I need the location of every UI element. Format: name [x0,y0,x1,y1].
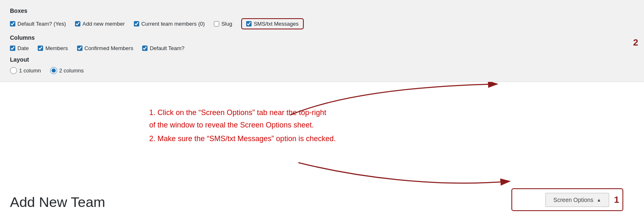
checkbox-date[interactable]: Date [10,45,29,51]
main-content: Add New Team 1. Click on the “Screen Opt… [0,82,644,219]
checkbox-add-new-member[interactable]: Add new member [75,21,125,27]
checkbox-confirmed-members[interactable]: Confirmed Members [77,45,133,51]
badge-2: 2 [633,37,638,48]
screen-options-panel: Boxes Default Team? (Yes) Add new member… [0,0,644,82]
screen-options-tab-area: Screen Options ▲ 1 [545,193,619,207]
add-new-team-heading: Add New Team [10,194,105,210]
checkbox-current-team[interactable]: Current team members (0) [134,21,205,27]
layout-section: Layout 1 column 2 columns [10,56,634,74]
radio-2-columns[interactable]: 2 columns [50,67,84,74]
screen-options-button[interactable]: Screen Options ▲ [545,193,609,207]
badge-1: 1 [614,195,619,205]
screen-options-arrow-icon: ▲ [597,197,601,202]
columns-section: Columns Date Members Confirmed Members D… [10,34,634,51]
boxes-label: Boxes [10,7,634,14]
instruction-step2: 2. Make sure the “SMS/txt Messages” opti… [149,133,336,145]
checkbox-default-team[interactable]: Default Team? (Yes) [10,21,66,27]
layout-label: Layout [10,56,634,63]
checkbox-slug[interactable]: Slug [214,21,232,27]
screen-options-button-label: Screen Options [553,197,593,203]
instructions-block: 1. Click on the “Screen Options” tab nea… [149,107,336,145]
boxes-section: Boxes Default Team? (Yes) Add new member… [10,7,634,29]
radio-1-column[interactable]: 1 column [10,67,41,74]
instruction-step1b: of the window to reveal the Screen Optio… [149,119,336,132]
checkbox-default-team-col[interactable]: Default Team? [142,45,184,51]
columns-label: Columns [10,34,634,41]
checkbox-members[interactable]: Members [38,45,68,51]
layout-row: 1 column 2 columns [10,67,634,74]
checkbox-sms-highlight[interactable]: SMS/txt Messages [241,18,303,29]
instruction-step1: 1. Click on the “Screen Options” tab nea… [149,107,336,119]
boxes-row: Default Team? (Yes) Add new member Curre… [10,18,634,29]
columns-row: Date Members Confirmed Members Default T… [10,45,634,51]
